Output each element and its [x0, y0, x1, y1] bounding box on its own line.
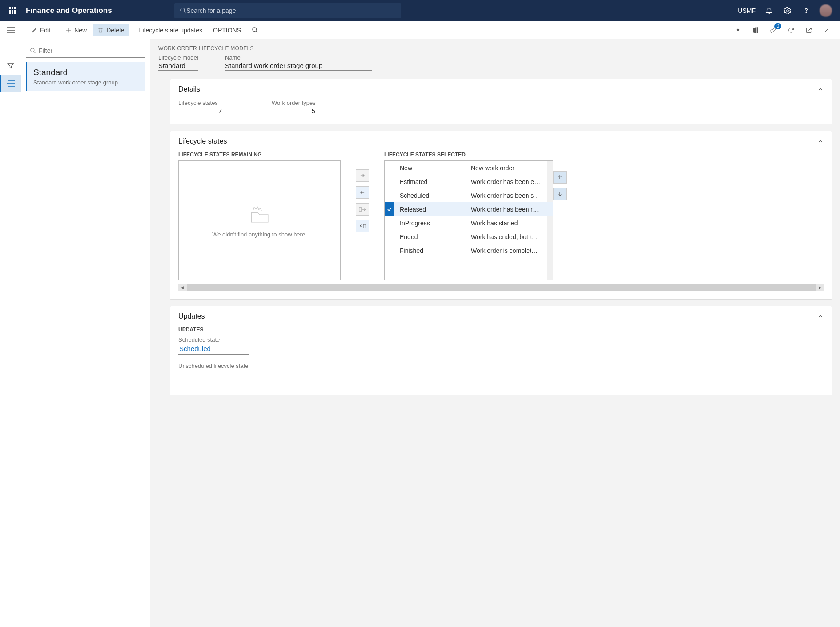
lifecycle-card-header[interactable]: Lifecycle states: [170, 131, 832, 152]
selected-list[interactable]: NewNew work orderEstimatedWork order has…: [384, 160, 553, 280]
name-value[interactable]: Standard work order stage group: [225, 61, 372, 71]
move-all-right-button[interactable]: [356, 203, 369, 216]
pencil-icon: [31, 27, 37, 33]
lifecycle-count-value: 7: [178, 106, 223, 116]
details-card-header[interactable]: Details: [170, 79, 832, 100]
rail-filter-icon[interactable]: [0, 57, 21, 75]
state-name: Finished: [400, 247, 471, 254]
selected-row[interactable]: EndedWork has ended, but t…: [385, 230, 553, 244]
company-picker[interactable]: USMF: [738, 7, 756, 14]
remaining-list[interactable]: We didn't find anything to show here.: [178, 160, 341, 280]
move-all-left-button[interactable]: [356, 220, 369, 232]
popout-icon[interactable]: [804, 26, 813, 35]
horizontal-scrollbar[interactable]: ◀ ▶: [178, 284, 824, 291]
detail-panel: WORK ORDER LIFECYCLE MODELS Lifecycle mo…: [150, 39, 840, 627]
selected-row[interactable]: FinishedWork order is complet…: [385, 244, 553, 257]
selected-row[interactable]: ScheduledWork order has been s…: [385, 188, 553, 202]
gear-icon[interactable]: [782, 5, 793, 16]
state-description: Work order is complet…: [471, 247, 553, 254]
arrow-up-icon: [557, 174, 563, 180]
reorder-down-button[interactable]: [553, 188, 567, 200]
move-right-button[interactable]: [356, 169, 369, 182]
updates-card: Updates UPDATES Scheduled state Schedule…: [170, 306, 832, 395]
reorder-up-button[interactable]: [553, 171, 567, 184]
options-button[interactable]: OPTIONS: [209, 24, 245, 36]
rail-list-icon[interactable]: [0, 75, 21, 92]
name-label: Name: [225, 54, 372, 61]
action-bar: Edit New Delete Lifecycle state updates …: [21, 21, 840, 39]
svg-rect-3: [9, 10, 11, 12]
delete-button[interactable]: Delete: [93, 24, 129, 36]
user-avatar[interactable]: [820, 4, 832, 17]
state-name: Ended: [400, 233, 471, 240]
move-left-button[interactable]: [356, 186, 369, 199]
updates-section-heading: UPDATES: [178, 327, 824, 333]
model-value[interactable]: Standard: [158, 61, 198, 71]
filter-input[interactable]: [39, 47, 141, 54]
trash-icon: [97, 27, 104, 33]
search-icon: [30, 48, 36, 54]
bell-icon[interactable]: [764, 5, 774, 16]
details-title: Details: [178, 85, 200, 93]
list-item-title: Standard: [33, 68, 139, 77]
svg-rect-1: [12, 7, 13, 9]
left-rail: [0, 21, 21, 627]
selected-row[interactable]: InProgressWork has started: [385, 216, 553, 230]
unscheduled-state-label: Unscheduled lifecycle state: [178, 363, 824, 369]
svg-line-22: [256, 31, 257, 32]
svg-rect-2: [14, 7, 16, 9]
rail-hamburger-icon[interactable]: [0, 21, 21, 39]
app-launcher-icon[interactable]: [4, 0, 21, 21]
state-name: Released: [400, 206, 471, 213]
lifecycle-states-card: Lifecycle states LIFECYCLE STATES REMAIN…: [170, 131, 832, 300]
filter-box[interactable]: [26, 44, 145, 58]
chevron-up-icon: [817, 313, 824, 319]
scheduled-state-value[interactable]: Scheduled: [178, 343, 249, 355]
close-icon[interactable]: [822, 26, 831, 35]
workorder-types-label: Work order types: [272, 100, 316, 106]
global-search[interactable]: [174, 3, 401, 18]
selected-row[interactable]: NewNew work order: [385, 161, 553, 175]
record-list-panel: Standard Standard work order stage group: [21, 39, 150, 627]
state-name: InProgress: [400, 220, 471, 227]
edit-button[interactable]: Edit: [27, 24, 55, 36]
page-section-label: WORK ORDER LIFECYCLE MODELS: [158, 45, 832, 52]
state-name: New: [400, 164, 471, 172]
unscheduled-state-value[interactable]: [178, 369, 249, 379]
plus-icon: [65, 27, 72, 33]
svg-rect-0: [9, 7, 11, 9]
scroll-right-icon[interactable]: ▶: [816, 284, 824, 291]
svg-point-25: [31, 48, 34, 52]
empty-folder-icon: [249, 204, 271, 226]
state-name: Scheduled: [400, 192, 471, 199]
lifecycle-title: Lifecycle states: [178, 137, 227, 145]
updates-title: Updates: [178, 312, 205, 320]
state-description: Work has started: [471, 220, 553, 227]
lifecycle-count-label: Lifecycle states: [178, 100, 223, 106]
selected-row[interactable]: EstimatedWork order has been e…: [385, 175, 553, 188]
scroll-left-icon[interactable]: ◀: [178, 284, 185, 291]
refresh-icon[interactable]: [787, 26, 796, 35]
office-icon[interactable]: [751, 26, 760, 35]
updates-card-header[interactable]: Updates: [170, 306, 832, 327]
selected-row[interactable]: ReleasedWork order has been r…: [385, 202, 553, 216]
edit-label: Edit: [40, 27, 51, 34]
state-name: Estimated: [400, 178, 471, 185]
lifecycle-updates-button[interactable]: Lifecycle state updates: [135, 24, 207, 36]
svg-point-11: [787, 10, 789, 12]
attach-count: 0: [774, 23, 781, 29]
scroll-thumb[interactable]: [187, 284, 816, 291]
new-label: New: [74, 27, 87, 34]
list-item[interactable]: Standard Standard work order stage group: [26, 62, 145, 91]
new-button[interactable]: New: [61, 24, 91, 36]
ai-icon[interactable]: ✦: [733, 26, 742, 35]
delete-label: Delete: [106, 27, 124, 34]
svg-line-10: [184, 12, 185, 13]
actionbar-search-icon[interactable]: [247, 24, 263, 36]
top-navbar: Finance and Operations USMF: [0, 0, 840, 21]
svg-rect-7: [12, 12, 13, 14]
help-icon[interactable]: [801, 5, 812, 16]
attach-icon[interactable]: 0: [769, 26, 778, 35]
workorder-types-value: 5: [272, 106, 316, 116]
global-search-input[interactable]: [186, 7, 396, 14]
